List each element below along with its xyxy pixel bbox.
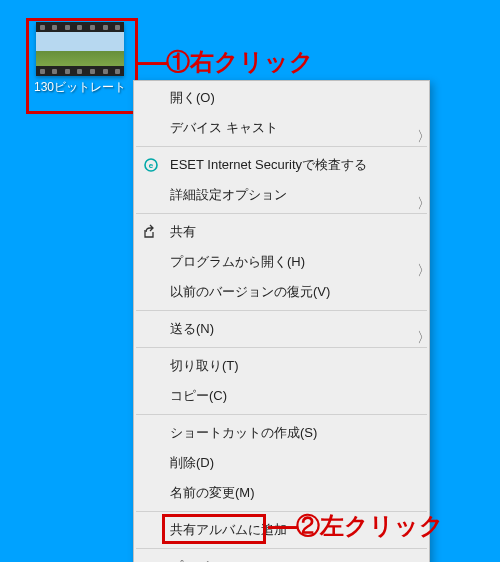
svg-text:e: e	[149, 161, 154, 170]
menu-device-cast-label: デバイス キャスト	[170, 119, 278, 137]
menu-properties[interactable]: プロパティ(R)	[134, 552, 429, 562]
menu-copy[interactable]: コピー(C)	[134, 381, 429, 411]
menu-open-label: 開く(O)	[170, 89, 215, 107]
menu-advanced-options-label: 詳細設定オプション	[170, 186, 287, 204]
menu-create-shortcut-label: ショートカットの作成(S)	[170, 424, 317, 442]
menu-separator	[136, 347, 427, 348]
menu-rename[interactable]: 名前の変更(M)	[134, 478, 429, 508]
menu-open-with-label: プログラムから開く(H)	[170, 253, 305, 271]
menu-copy-label: コピー(C)	[170, 387, 227, 405]
menu-separator	[136, 414, 427, 415]
share-icon	[142, 223, 160, 241]
video-file-thumbnail	[36, 22, 124, 76]
annotation-label-left-click: — ②左クリック	[268, 510, 444, 542]
menu-separator	[136, 146, 427, 147]
menu-separator	[136, 548, 427, 549]
menu-rename-label: 名前の変更(M)	[170, 484, 255, 502]
menu-eset-scan[interactable]: e ESET Internet Securityで検査する	[134, 150, 429, 180]
menu-separator	[136, 310, 427, 311]
annotation-label-right-click: — ①右クリック	[138, 46, 314, 78]
menu-share-label: 共有	[170, 223, 196, 241]
desktop-video-file[interactable]: 130ビットレート	[30, 22, 130, 94]
menu-cut-label: 切り取り(T)	[170, 357, 239, 375]
menu-cut[interactable]: 切り取り(T)	[134, 351, 429, 381]
menu-open[interactable]: 開く(O)	[134, 83, 429, 113]
menu-delete-label: 削除(D)	[170, 454, 214, 472]
menu-eset-scan-label: ESET Internet Securityで検査する	[170, 156, 367, 174]
menu-restore-previous-label: 以前のバージョンの復元(V)	[170, 283, 330, 301]
menu-device-cast[interactable]: デバイス キャスト 〉	[134, 113, 429, 143]
video-file-label: 130ビットレート	[30, 80, 130, 94]
menu-create-shortcut[interactable]: ショートカットの作成(S)	[134, 418, 429, 448]
menu-open-with[interactable]: プログラムから開く(H) 〉	[134, 247, 429, 277]
menu-properties-label: プロパティ(R)	[170, 558, 253, 562]
menu-share[interactable]: 共有	[134, 217, 429, 247]
menu-send-to[interactable]: 送る(N) 〉	[134, 314, 429, 344]
menu-restore-previous[interactable]: 以前のバージョンの復元(V)	[134, 277, 429, 307]
menu-separator	[136, 213, 427, 214]
eset-icon: e	[142, 156, 160, 174]
menu-send-to-label: 送る(N)	[170, 320, 214, 338]
menu-delete[interactable]: 削除(D)	[134, 448, 429, 478]
context-menu: 開く(O) デバイス キャスト 〉 e ESET Internet Securi…	[133, 80, 430, 562]
menu-advanced-options[interactable]: 詳細設定オプション 〉	[134, 180, 429, 210]
